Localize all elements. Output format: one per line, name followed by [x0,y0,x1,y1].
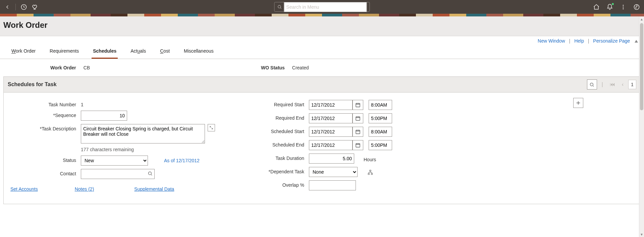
scheduled-end-time-input[interactable] [369,140,392,150]
required-start-date-picker[interactable] [353,100,363,110]
wo-label: Work Order [50,65,76,70]
task-duration-input[interactable] [309,154,354,164]
required-start-time-input[interactable] [369,100,392,110]
status-label: Status [10,156,81,163]
plus-icon [576,100,581,106]
required-end-time-input[interactable] [369,113,392,123]
grid-title: Schedules for Task [8,81,57,87]
calendar-icon [355,142,361,148]
scheduled-end-label: Scheduled End [238,140,309,147]
status-asof: As of 12/17/2012 [164,158,200,163]
dependency-tree-button[interactable] [368,168,373,176]
expand-description-button[interactable] [208,124,215,131]
wo-value: CB [84,65,90,70]
svg-rect-10 [356,130,360,134]
scheduled-start-date-picker[interactable] [353,127,363,137]
scheduled-start-date-input[interactable] [309,127,353,137]
svg-rect-11 [356,143,360,147]
recent-icon[interactable] [20,4,27,10]
svg-rect-8 [356,103,360,107]
scheduled-end-date-input[interactable] [309,140,353,150]
contact-lookup-button[interactable] [148,171,153,177]
schedules-grid: Schedules for Task | ⏮ ‹ 1 Task Number 1… [3,76,641,204]
task-duration-label: Task Duration [238,154,309,161]
svg-rect-14 [371,173,373,174]
dependent-task-select[interactable]: None [309,167,358,177]
calendar-icon [355,129,361,134]
grid-prev-button[interactable]: ‹ [620,81,626,87]
dependent-task-label: Dependent Task [238,167,309,174]
svg-point-6 [590,83,593,86]
collapse-icon[interactable] [635,40,638,43]
navbar-icon[interactable] [633,4,640,10]
new-window-link[interactable]: New Window [538,38,565,44]
supplemental-data-link[interactable]: Supplemental Data [134,186,174,192]
scroll-thumb[interactable] [640,23,643,110]
expand-icon [209,126,213,130]
search-icon [589,82,594,87]
tab-requirements[interactable]: Requirements [48,45,80,59]
tab-schedules[interactable]: Schedules [92,45,118,59]
required-end-date-input[interactable] [309,113,353,123]
scheduled-start-label: Scheduled Start [238,127,309,134]
grid-header: Schedules for Task | ⏮ ‹ 1 [4,77,640,93]
scheduled-end-date-picker[interactable] [353,140,363,150]
contact-input[interactable] [81,169,155,179]
actions-menu-icon[interactable] [620,4,627,10]
grid-first-button[interactable]: ⏮ [608,81,617,87]
menu-search-input[interactable] [284,2,367,12]
hierarchy-icon [368,170,373,175]
decorative-ribbon [0,14,644,16]
svg-rect-13 [368,173,369,174]
required-end-date-picker[interactable] [353,113,363,123]
menu-search[interactable] [274,2,370,12]
task-description-label: Task Description [10,124,81,131]
required-start-date-input[interactable] [309,100,353,110]
status-select[interactable]: New [81,156,148,166]
wo-header-row: Work Order CB WO Status Created [0,59,644,76]
help-link[interactable]: Help [574,38,584,44]
grid-find-button[interactable] [587,79,597,90]
notes-link[interactable]: Notes (2) [75,186,94,192]
favorite-icon[interactable] [32,4,39,10]
svg-rect-9 [356,117,360,120]
grid-page-number[interactable]: 1 [628,80,636,89]
svg-point-1 [278,5,281,8]
vertical-scrollbar[interactable]: ▲ ▼ [639,16,644,204]
sequence-label: Sequence [10,111,81,118]
add-row-button[interactable] [573,98,583,108]
overlap-input [309,180,356,190]
wo-status-label: WO Status [261,65,285,70]
description-remaining: 177 characters remaining [81,147,134,152]
notifications-icon[interactable] [606,4,613,10]
personalize-link[interactable]: Personalize Page [593,38,630,44]
contact-label: Contact [10,169,81,176]
set-accounts-link[interactable]: Set Accounts [10,186,38,192]
scheduled-start-time-input[interactable] [369,127,392,137]
back-button[interactable] [4,4,11,10]
required-start-label: Required Start [238,100,309,107]
home-icon[interactable] [593,4,600,10]
search-icon [277,4,282,9]
sequence-input[interactable] [81,111,127,121]
svg-rect-12 [370,170,371,171]
overlap-label: Overlap % [238,180,309,188]
duration-unit: Hours [364,155,376,162]
tab-actuals[interactable]: Actuals [129,45,147,59]
page-title: Work Order [0,16,644,36]
task-number-value: 1 [81,100,84,107]
divider [15,4,16,10]
task-description-input[interactable]: Circuit Breaker Closing Spring is charge… [81,124,205,143]
tab-work-order[interactable]: Work Order [10,45,37,59]
tab-miscellaneous[interactable]: Miscellaneous [182,45,215,59]
svg-point-3 [623,6,624,7]
required-end-label: Required End [238,113,309,121]
task-number-label: Task Number [10,100,81,107]
calendar-icon [355,116,361,121]
grid-nav-divider: | [600,81,605,87]
search-icon [148,171,153,176]
page-tabs: Work Order Requirements Schedules Actual… [0,44,644,59]
global-toolbar [0,0,644,14]
tab-cost[interactable]: Cost [159,45,171,59]
scroll-up-icon[interactable]: ▲ [639,16,644,22]
